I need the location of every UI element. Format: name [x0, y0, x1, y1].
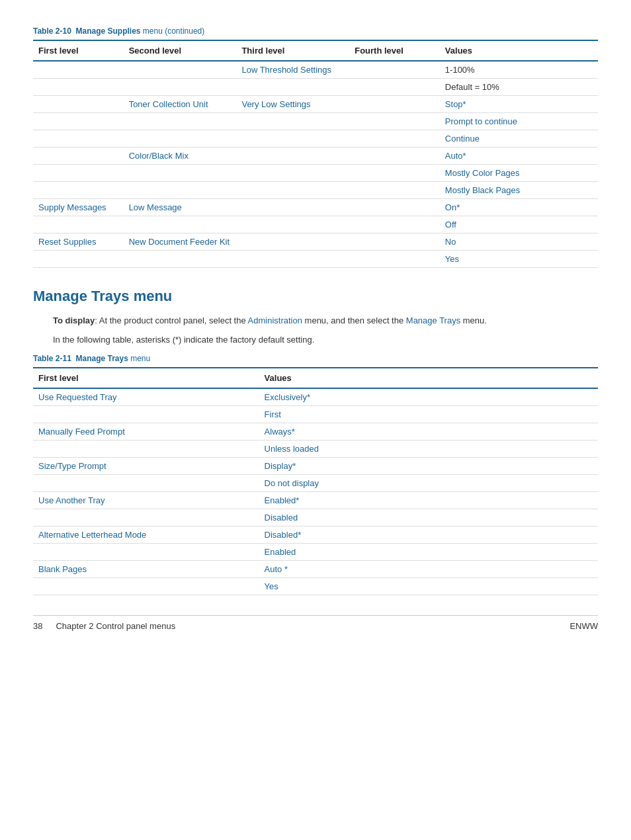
table10-header-col5: Values: [440, 40, 598, 61]
table-row: Do not display: [33, 474, 598, 491]
table-row: Default = 10%: [33, 79, 598, 96]
table-row: Blank Pages Auto *: [33, 560, 598, 577]
table-row: Use Another Tray Enabled*: [33, 491, 598, 509]
table10: First level Second level Third level Fou…: [33, 40, 598, 268]
section-description: To display: At the product control panel…: [33, 314, 598, 347]
table-row: Off: [33, 216, 598, 233]
display-text1: : At the product control panel, select t…: [95, 315, 247, 325]
table-row: First: [33, 405, 598, 423]
display-text3: menu.: [460, 315, 487, 325]
table-row: Reset Supplies New Document Feeder Kit N…: [33, 233, 598, 251]
table-row: Toner Collection Unit Very Low Settings …: [33, 96, 598, 113]
table-row: Size/Type Prompt Display*: [33, 457, 598, 474]
table-row: Mostly Color Pages: [33, 165, 598, 182]
table10-header-col1: First level: [33, 40, 124, 61]
section-heading: Manage Trays menu: [33, 288, 598, 305]
table10-title-link[interactable]: Manage Supplies: [75, 26, 140, 36]
table11-title: Table 2-11 Manage Trays menu: [33, 354, 598, 363]
table-row: Enabled: [33, 543, 598, 560]
manage-trays-link[interactable]: Manage Trays: [406, 315, 460, 325]
table-row: Low Threshold Settings 1-100%: [33, 61, 598, 79]
display-text2: menu, and then select the: [302, 315, 406, 325]
table11-header-col1: First level: [33, 368, 259, 388]
footer-right-text: ENWW: [569, 621, 598, 631]
table-row: Disabled: [33, 509, 598, 526]
table-row: Manually Feed Prompt Always*: [33, 423, 598, 440]
admin-link[interactable]: Administration: [248, 315, 302, 325]
table-row: Use Requested Tray Exclusively*: [33, 388, 598, 406]
table11-title-suffix: menu: [128, 354, 150, 363]
footer: 38 Chapter 2 Control panel menus ENWW: [33, 615, 598, 631]
asterisk-note: In the following table, asterisks (*) in…: [53, 333, 598, 347]
table10-header-col3: Third level: [236, 40, 349, 61]
table10-title: Table 2-10 Manage Supplies menu (continu…: [33, 26, 598, 36]
table11: First level Values Use Requested Tray Ex…: [33, 367, 598, 595]
table-row: Prompt to continue: [33, 113, 598, 130]
table11-title-link[interactable]: Manage Trays: [75, 354, 128, 363]
table-row: Color/Black Mix Auto*: [33, 147, 598, 165]
table11-header-col2: Values: [259, 368, 598, 388]
table-row: Unless loaded: [33, 440, 598, 457]
table10-header-col2: Second level: [124, 40, 237, 61]
table-row: Continue: [33, 130, 598, 147]
table-row: Yes: [33, 251, 598, 268]
table10-title-suffix: menu (continued): [141, 26, 205, 36]
table11-title-number: Table 2-11: [33, 354, 71, 363]
display-paragraph: To display: At the product control panel…: [53, 314, 598, 328]
table10-title-number: Table 2-10: [33, 26, 71, 36]
table-row: Alternative Letterhead Mode Disabled*: [33, 526, 598, 543]
table-row: Yes: [33, 577, 598, 595]
footer-page-number: 38: [33, 621, 42, 631]
footer-chapter: Chapter 2 Control panel menus: [56, 621, 175, 631]
footer-left: 38 Chapter 2 Control panel menus: [33, 621, 175, 631]
display-label: To display: [53, 315, 95, 325]
table10-header-col4: Fourth level: [349, 40, 440, 61]
table-row: Supply Messages Low Message On*: [33, 199, 598, 216]
table-row: Mostly Black Pages: [33, 182, 598, 199]
